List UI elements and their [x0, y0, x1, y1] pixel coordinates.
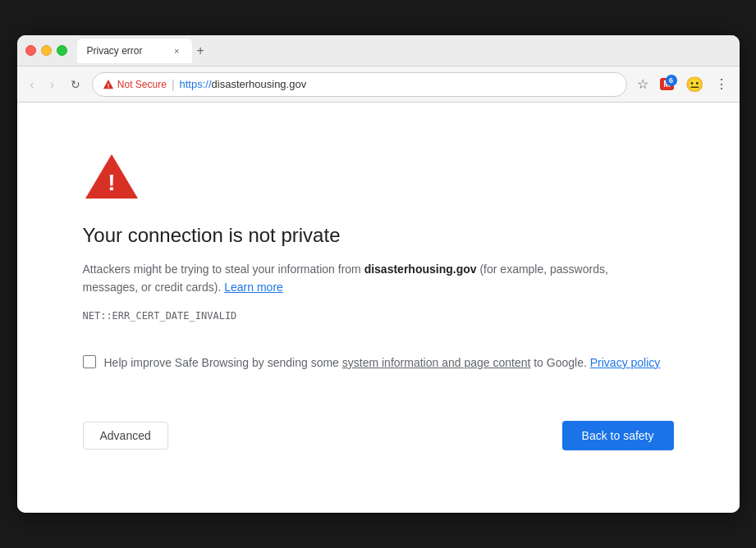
action-row: Advanced Back to safety: [83, 421, 674, 450]
maximize-button[interactable]: [57, 45, 67, 56]
not-secure-label: Not Secure: [117, 79, 167, 90]
error-code: NET::ERR_CERT_DATE_INVALID: [83, 310, 674, 322]
traffic-lights: [25, 45, 67, 56]
main-content: ! Your connection is not private Attacke…: [17, 103, 740, 513]
description-before: Attackers might be trying to steal your …: [83, 263, 364, 276]
url-display: https://disasterhousing.gov: [180, 78, 617, 90]
bookmark-button[interactable]: ☆: [634, 73, 652, 95]
privacy-policy-link[interactable]: Privacy policy: [590, 356, 661, 369]
extension-button[interactable]: M 6: [657, 75, 676, 94]
safe-browsing-middle: to Google.: [530, 356, 589, 369]
url-bar[interactable]: ! Not Secure | https://disasterhousing.g…: [92, 72, 627, 97]
address-bar: ‹ › ↻ ! Not Secure | https://disasterhou…: [17, 66, 740, 103]
emoji-button[interactable]: 😐: [682, 72, 707, 97]
tab-bar: Privacy error × +: [77, 39, 731, 63]
close-button[interactable]: [25, 45, 36, 56]
error-domain: disasterhousing.gov: [364, 263, 477, 276]
forward-button[interactable]: ›: [45, 75, 59, 94]
security-warning: ! Not Secure: [103, 79, 167, 90]
safe-browsing-checkbox[interactable]: [83, 355, 96, 368]
learn-more-link[interactable]: Learn more: [224, 281, 283, 294]
emoji-icon: 😐: [685, 75, 703, 94]
reload-button[interactable]: ↻: [66, 75, 85, 94]
address-bar-right: ☆ M 6 😐 ⋮: [634, 72, 731, 97]
browser-window: Privacy error × + ‹ › ↻ ! Not Secure | h…: [17, 35, 740, 513]
error-icon: !: [83, 152, 140, 201]
svg-text:!: !: [108, 81, 110, 89]
url-protocol: https://: [180, 78, 212, 90]
safe-browsing-row: Help improve Safe Browsing by sending so…: [83, 354, 674, 372]
safe-browsing-text: Help improve Safe Browsing by sending so…: [104, 354, 661, 372]
url-divider: |: [172, 78, 175, 91]
ext-badge: 6: [666, 75, 677, 86]
minimize-button[interactable]: [41, 45, 52, 56]
bookmark-icon: ☆: [637, 76, 648, 92]
error-title: Your connection is not private: [83, 224, 674, 247]
error-description: Attackers might be trying to steal your …: [83, 260, 657, 297]
advanced-button[interactable]: Advanced: [83, 422, 168, 450]
active-tab[interactable]: Privacy error ×: [77, 39, 192, 63]
tab-close-button[interactable]: ×: [172, 45, 181, 57]
new-tab-button[interactable]: +: [192, 42, 209, 60]
safe-browsing-before: Help improve Safe Browsing by sending so…: [104, 356, 342, 369]
menu-button[interactable]: ⋮: [712, 73, 731, 95]
back-to-safety-button[interactable]: Back to safety: [562, 421, 674, 450]
tab-title: Privacy error: [87, 45, 166, 57]
extension-icon: M 6: [660, 78, 673, 90]
svg-text:!: !: [108, 170, 115, 195]
url-domain: disasterhousing.gov: [212, 78, 307, 90]
title-bar: Privacy error × +: [17, 35, 740, 66]
safe-browsing-underline: system information and page content: [342, 356, 531, 369]
back-button[interactable]: ‹: [25, 75, 39, 94]
warning-icon: !: [103, 79, 114, 90]
